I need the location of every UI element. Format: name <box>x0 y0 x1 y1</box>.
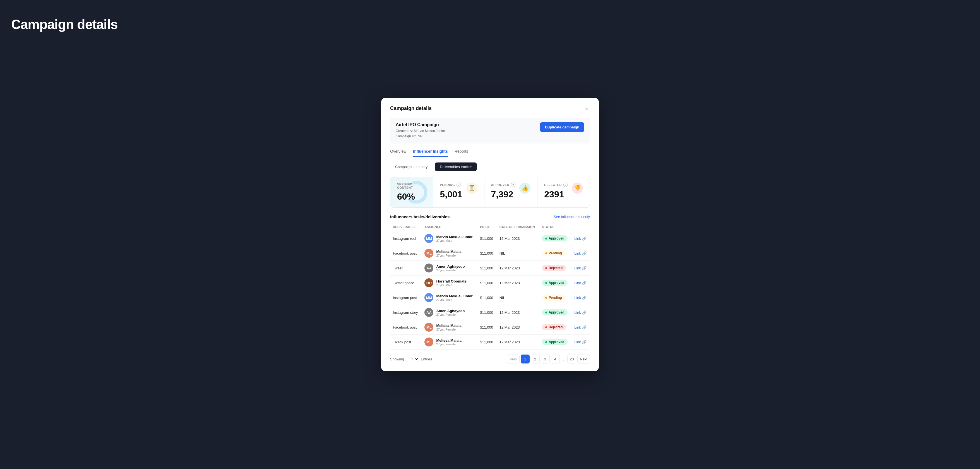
modal-header: Campaign details × <box>390 105 590 112</box>
page-1-button[interactable]: 1 <box>521 354 530 364</box>
link-cell[interactable]: Link 🔗 <box>574 325 587 329</box>
status-dot <box>545 282 547 284</box>
status-dot <box>545 252 547 254</box>
approved-icon: 👍 <box>519 183 530 194</box>
cell-date: 12 Mar 2023 <box>497 320 539 335</box>
section-title: Influencers tasks/deliverables <box>390 214 450 219</box>
page-2-button[interactable]: 2 <box>531 354 540 364</box>
cell-link[interactable]: Link 🔗 <box>571 276 590 290</box>
table-head: DELIVERABLE ASSIGNEE PRICE DATE OF SUBMI… <box>390 223 590 231</box>
link-cell[interactable]: Link 🔗 <box>574 266 587 270</box>
cell-assignee: AA Amen Aghayedo 27yrs, Female <box>422 305 477 320</box>
page-3-button[interactable]: 3 <box>541 354 550 364</box>
assignee-meta: 27yrs, Female <box>436 268 465 272</box>
link-cell[interactable]: Link 🔗 <box>574 310 587 314</box>
pagination: Prev 1 2 3 4 ... 20 Next <box>507 354 590 364</box>
showing-label: Showing <box>390 357 404 361</box>
link-cell[interactable]: Link 🔗 <box>574 340 587 344</box>
duplicate-campaign-button[interactable]: Duplicate campaign <box>540 122 584 132</box>
tab-influencer-insights[interactable]: Influencer Insights <box>413 149 448 157</box>
cell-price: $11,000 <box>477 276 496 290</box>
close-button[interactable]: × <box>583 105 590 112</box>
col-status: STATUS <box>539 223 571 231</box>
cell-price: $11,000 <box>477 290 496 305</box>
link-cell[interactable]: Link 🔗 <box>574 281 587 285</box>
cell-link[interactable]: Link 🔗 <box>571 246 590 261</box>
col-assignee: ASSIGNEE <box>422 223 477 231</box>
subtab-campaign-summary[interactable]: Campaign summary <box>390 163 433 171</box>
assignee-name: Melissa Malala <box>436 338 461 343</box>
subtabs: Campaign summary Deliverables tracker <box>390 163 590 171</box>
col-date: DATE OF SUBMISSION <box>497 223 539 231</box>
campaign-created-by: Created by: Marvin Mokua Junior <box>396 128 445 134</box>
assignee-name: Melissa Malala <box>436 324 461 328</box>
tab-reports[interactable]: Reports <box>455 149 468 157</box>
stat-rejected: REJECTED ? 2391 👎 <box>538 177 590 207</box>
subtab-deliverables-tracker[interactable]: Deliverables tracker <box>435 163 477 171</box>
link-cell[interactable]: Link 🔗 <box>574 251 587 255</box>
status-badge: Pending <box>542 250 565 256</box>
rejected-icon: 👎 <box>572 183 583 194</box>
table-row: Instagram reel MM Marvin Mokua Junior 27… <box>390 231 590 246</box>
assignee-meta: 27yrs, Female <box>436 343 461 346</box>
stat-approved-inner: APPROVED ? 7,392 👍 <box>491 183 531 199</box>
cell-status: Pending <box>539 290 571 305</box>
campaign-info-row: Airtel IPO Campaign Created by: Marvin M… <box>390 118 590 144</box>
next-page-button[interactable]: Next <box>578 354 590 364</box>
status-badge: Approved <box>542 280 568 286</box>
assignee-meta: 27yrs, Female <box>436 313 465 316</box>
entries-select[interactable]: 10 25 50 <box>406 356 419 362</box>
cell-deliverable: Tweet <box>390 261 422 276</box>
stat-pending-label: PENDING ? <box>440 183 462 187</box>
assignee-name: Horsfall Obomate <box>436 279 466 283</box>
table-row: TikTok post ML Melissa Malala 27yrs, Fem… <box>390 335 590 349</box>
cell-deliverable: Facebook post <box>390 246 422 261</box>
col-link <box>571 223 590 231</box>
campaign-name: Airtel IPO Campaign <box>396 122 445 127</box>
status-dot <box>545 297 547 299</box>
cell-link[interactable]: Link 🔗 <box>571 335 590 349</box>
cell-status: Rejected <box>539 320 571 335</box>
assignee-name: Marvin Mokua Junior <box>436 294 473 298</box>
svg-point-0 <box>406 183 426 202</box>
cell-date: NIL <box>497 290 539 305</box>
cell-link[interactable]: Link 🔗 <box>571 320 590 335</box>
avatar: HO <box>425 278 433 287</box>
assignee-meta: 27yrs, Female <box>436 328 461 331</box>
cell-link[interactable]: Link 🔗 <box>571 231 590 246</box>
cell-status: Approved <box>539 231 571 246</box>
page-4-button[interactable]: 4 <box>551 354 560 364</box>
status-dot <box>545 238 547 239</box>
approved-info-icon[interactable]: ? <box>511 183 515 187</box>
avatar: MM <box>425 234 433 243</box>
cell-link[interactable]: Link 🔗 <box>571 290 590 305</box>
see-influencer-list-link[interactable]: See influencer list only <box>554 215 590 219</box>
table-section-header: Influencers tasks/deliverables See influ… <box>390 214 590 219</box>
stat-pending: PENDING ? 5,001 ⏳ <box>433 177 484 207</box>
cell-price: $11,000 <box>477 261 496 276</box>
table-row: Facebook post ML Melissa Malala 27yrs, F… <box>390 320 590 335</box>
pending-info-icon[interactable]: ? <box>457 183 461 187</box>
last-page-button[interactable]: 20 <box>567 354 576 364</box>
cell-assignee: HO Horsfall Obomate 27yrs, Male <box>422 276 477 290</box>
stat-rejected-inner: REJECTED ? 2391 👎 <box>544 183 583 199</box>
cell-assignee: ML Melissa Malala 27yrs, Female <box>422 246 477 261</box>
tab-overview[interactable]: Overview <box>390 149 406 157</box>
link-cell[interactable]: Link 🔗 <box>574 236 587 241</box>
rejected-info-icon[interactable]: ? <box>563 183 568 187</box>
cell-price: $11,000 <box>477 320 496 335</box>
prev-page-button[interactable]: Prev <box>507 354 520 364</box>
status-badge: Rejected <box>542 265 566 271</box>
cell-link[interactable]: Link 🔗 <box>571 305 590 320</box>
pagination-ellipsis: ... <box>561 357 566 361</box>
cell-date: 12 Mar 2023 <box>497 276 539 290</box>
status-badge: Rejected <box>542 324 566 330</box>
link-cell[interactable]: Link 🔗 <box>574 296 587 300</box>
cell-deliverable: TikTok post <box>390 335 422 349</box>
showing-text: Showing 10 25 50 Entries <box>390 356 432 362</box>
col-deliverable: DELIVERABLE <box>390 223 422 231</box>
cell-link[interactable]: Link 🔗 <box>571 261 590 276</box>
pending-icon: ⏳ <box>466 183 477 194</box>
stats-row: VERIFIED CONTENT 60% PENDING ? 5,001 <box>390 177 590 208</box>
stat-approved-label: APPROVED ? <box>491 183 515 187</box>
